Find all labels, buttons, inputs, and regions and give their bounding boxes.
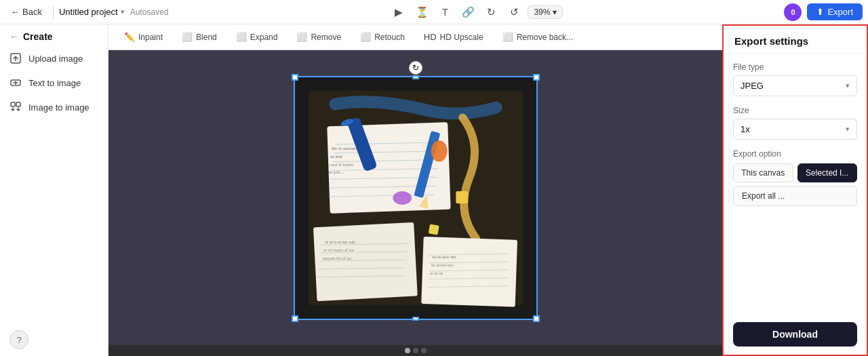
svg-text:m vd matrix af dos: m vd matrix af dos — [323, 248, 354, 252]
collage-image: Be Je pactatillu m alul card le bailes d… — [295, 77, 536, 319]
canvas-toolbar: ✏️ Inpaint ⬜ Blend ⬜ Expand ⬜ Remove ⬜ R… — [108, 24, 722, 50]
file-type-label: File type — [733, 62, 857, 72]
help-button[interactable]: ? — [9, 330, 28, 349]
canvas-background: ↻ — [108, 50, 722, 345]
resize-handle-top[interactable] — [412, 75, 419, 79]
hd-upscale-button[interactable]: HD HD Upscale — [416, 28, 491, 45]
hd-upscale-icon: HD — [424, 32, 437, 42]
resize-handle-br[interactable] — [533, 315, 540, 322]
topbar: ← Back Untitled project ▾ Autosaved ▶ ⏳ … — [0, 0, 868, 24]
svg-rect-18 — [456, 191, 468, 203]
text-to-image-label: Text to image — [28, 78, 81, 88]
create-back-icon: ← — [9, 31, 19, 42]
expand-label: Expand — [250, 33, 278, 42]
remove-back-button[interactable]: ⬜ Remove back... — [495, 28, 580, 45]
image-to-image-label: Image to image — [28, 102, 90, 113]
sidebar-item-upload-image[interactable]: Upload image — [0, 46, 108, 71]
inpaint-label: Inpaint — [138, 33, 163, 42]
page-indicator — [405, 348, 427, 353]
svg-text:so dy be: so dy be — [429, 271, 443, 275]
export-all-button[interactable]: Export all ... — [733, 186, 857, 206]
redo-icon-btn[interactable]: ↺ — [505, 3, 524, 22]
image-frame[interactable]: ↻ — [294, 76, 538, 320]
hd-upscale-label: HD Upscale — [440, 33, 484, 42]
blend-button[interactable]: ⬜ Blend — [174, 28, 224, 45]
retouch-button[interactable]: ⬜ Retouch — [353, 28, 412, 45]
text-icon-btn[interactable]: T — [435, 3, 454, 22]
topbar-divider — [53, 5, 54, 19]
resize-handle-tl[interactable] — [292, 74, 298, 81]
size-group: Size 1x ▾ — [733, 106, 857, 140]
notification-button[interactable]: 0 — [784, 3, 802, 21]
image-canvas: Be Je pactatillu m alul card le bailes d… — [295, 77, 536, 319]
file-type-group: File type JPEG ▾ — [733, 62, 857, 96]
resize-handle-bl[interactable] — [292, 315, 298, 322]
canvas-controls: ▶ ⏳ T 🔗 ↻ ↺ 39% ▾ — [389, 3, 563, 22]
export-option-label: Export option — [733, 149, 857, 159]
size-select[interactable]: 1x ▾ — [733, 119, 857, 140]
svg-text:Je ae is ao my vale: Je ae is ao my vale — [325, 240, 355, 244]
svg-rect-3 — [16, 102, 20, 106]
this-canvas-button[interactable]: This canvas — [733, 163, 793, 182]
zoom-chevron-icon: ▾ — [553, 7, 557, 17]
back-label: Back — [22, 7, 42, 17]
rotate-handle[interactable]: ↻ — [409, 61, 422, 75]
svg-text:nauyom bla of tao: nauyom bla of tao — [322, 256, 351, 260]
remove-back-icon: ⬜ — [502, 32, 513, 42]
upload-icon — [9, 52, 22, 64]
retouch-label: Retouch — [374, 33, 405, 42]
svg-rect-19 — [428, 224, 439, 235]
title-chevron-icon: ▾ — [121, 7, 125, 16]
project-title-area[interactable]: Untitled project ▾ — [59, 7, 125, 17]
export-button[interactable]: ⬆ Export — [807, 3, 863, 20]
page-dot-2 — [413, 348, 418, 353]
zoom-control[interactable]: 39% ▾ — [528, 5, 563, 19]
timer-icon-btn[interactable]: ⏳ — [412, 3, 431, 22]
download-button[interactable]: Download — [733, 322, 857, 347]
left-sidebar: ← Create Upload image Text to image — [0, 24, 108, 356]
resize-handle-bottom[interactable] — [412, 317, 419, 321]
image-to-image-icon — [9, 101, 22, 113]
svg-text:du ypond luro: du ypond luro — [431, 262, 453, 266]
export-settings-panel: Export settings File type JPEG ▾ Size 1x… — [722, 24, 868, 356]
file-type-chevron-icon: ▾ — [846, 81, 850, 90]
export-option-group: Export option This canvas Selected I... … — [733, 149, 857, 206]
svg-rect-20 — [313, 222, 417, 300]
remove-button[interactable]: ⬜ Remove — [289, 28, 349, 45]
back-button[interactable]: ← Back — [5, 4, 47, 20]
sidebar-item-text-to-image[interactable]: Text to image — [0, 71, 108, 95]
notification-circle: 0 — [784, 3, 802, 21]
notification-count: 0 — [791, 8, 795, 16]
panel-footer: Download — [724, 314, 867, 355]
svg-text:du prit...: du prit... — [328, 170, 344, 174]
size-chevron-icon: ▾ — [846, 125, 850, 134]
svg-point-17 — [393, 191, 412, 205]
svg-text:card le bailes: card le bailes — [329, 161, 354, 166]
link-icon-btn[interactable]: 🔗 — [458, 3, 477, 22]
file-type-select[interactable]: JPEG ▾ — [733, 75, 857, 96]
expand-button[interactable]: ⬜ Expand — [229, 28, 285, 45]
panel-header: Export settings — [724, 26, 867, 54]
export-option-buttons: This canvas Selected I... — [733, 163, 857, 182]
remove-back-label: Remove back... — [517, 33, 573, 42]
remove-icon: ⬜ — [296, 32, 307, 42]
expand-icon: ⬜ — [236, 32, 247, 42]
selected-items-button[interactable]: Selected I... — [797, 163, 858, 182]
collage-content: Be Je pactatillu m alul card le bailes d… — [295, 77, 536, 319]
inpaint-button[interactable]: ✏️ Inpaint — [117, 28, 170, 45]
sidebar-header-label: Create — [23, 31, 53, 42]
blend-icon: ⬜ — [182, 32, 193, 42]
svg-text:m alul: m alul — [330, 153, 342, 158]
canvas-area: ✏️ Inpaint ⬜ Blend ⬜ Expand ⬜ Remove ⬜ R… — [108, 24, 722, 356]
zoom-level: 39% — [534, 7, 550, 17]
canvas-content[interactable]: ↻ — [108, 50, 722, 345]
undo-icon-btn[interactable]: ↻ — [481, 3, 500, 22]
sidebar-header: ← Create — [0, 24, 108, 46]
resize-handle-tr[interactable] — [533, 74, 540, 81]
present-icon-btn[interactable]: ▶ — [389, 3, 408, 22]
inpaint-icon: ✏️ — [124, 32, 135, 42]
autosaved-label: Autosaved — [130, 7, 169, 17]
sidebar-item-image-to-image[interactable]: Image to image — [0, 95, 108, 119]
svg-rect-2 — [11, 102, 15, 106]
retouch-icon: ⬜ — [360, 32, 371, 42]
